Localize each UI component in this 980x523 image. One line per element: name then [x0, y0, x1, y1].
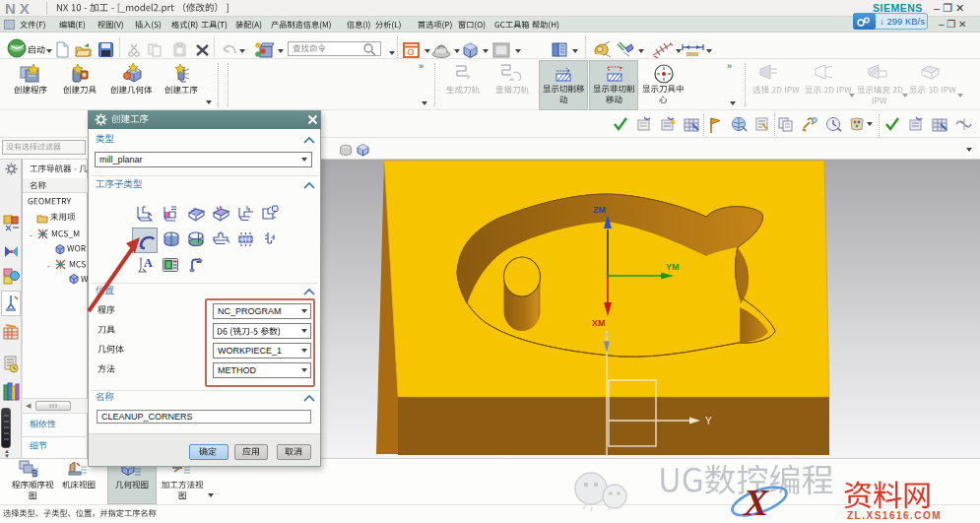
- svg-text:𝔹: 𝔹: [32, 469, 38, 479]
- svg-text:A: A: [144, 256, 153, 270]
- svg-text:X: X: [743, 482, 770, 522]
- svg-text:Y: Y: [705, 416, 712, 426]
